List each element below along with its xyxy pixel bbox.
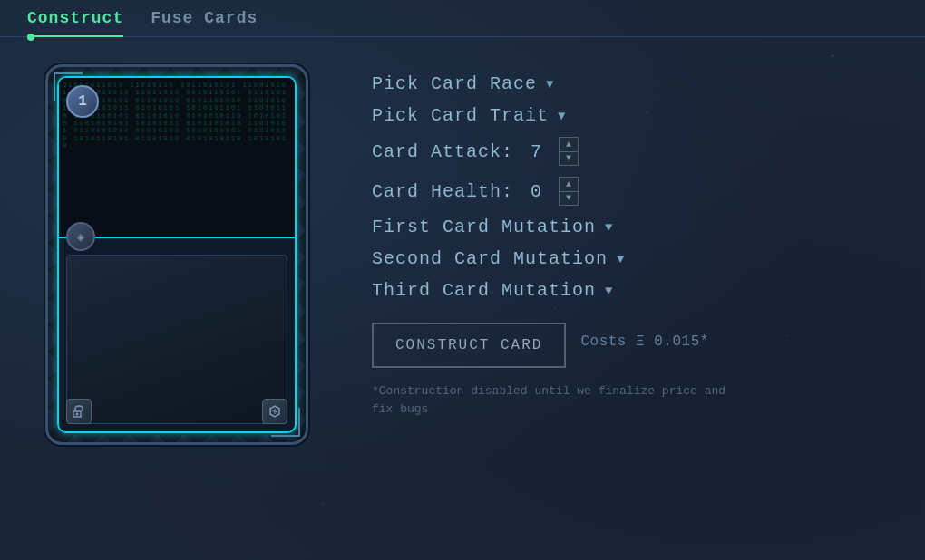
- card-icon-symbol: ◈: [77, 229, 84, 245]
- card-level-badge: 1: [66, 85, 99, 118]
- mutation2-label: Second Card Mutation: [372, 248, 608, 269]
- mutation3-label: Third Card Mutation: [372, 280, 596, 301]
- tab-fuse-cards[interactable]: Fuse Cards: [151, 9, 258, 36]
- health-stepper-up[interactable]: ▲: [560, 178, 578, 192]
- card-health-row: Card Health: 0 ▲ ▼: [372, 177, 889, 206]
- card-attack-row: Card Attack: 7 ▲ ▼: [372, 137, 889, 166]
- pick-race-arrow-icon: ▼: [546, 77, 553, 92]
- mutation2-arrow-icon: ▼: [617, 252, 624, 266]
- pick-trait-arrow-icon: ▼: [558, 109, 565, 123]
- mutation3-dropdown[interactable]: Third Card Mutation ▼: [372, 280, 889, 301]
- card-top-section: 01001011010 11010110 0011010101 11001010…: [59, 78, 295, 237]
- construct-btn-row: CONSTRUCT CARD Costs Ξ 0.015*: [372, 315, 889, 368]
- tab-construct[interactable]: Construct: [27, 9, 123, 36]
- pick-race-label: Pick Card Race: [372, 73, 537, 94]
- health-stepper-down[interactable]: ▼: [560, 192, 578, 206]
- attack-stepper-up[interactable]: ▲: [560, 138, 578, 152]
- mutation3-arrow-icon: ▼: [605, 284, 612, 298]
- main-content: 01001011010 11010110 0011010101 11001010…: [0, 37, 925, 472]
- card-outer: 01001011010 11010110 0011010101 11001010…: [45, 64, 308, 445]
- tab-indicator: [27, 34, 34, 41]
- disclaimer-text: *Construction disabled until we finalize…: [372, 382, 735, 418]
- card-bottom-section: ◈: [59, 238, 295, 431]
- card-inner: 01001011010 11010110 0011010101 11001010…: [57, 76, 297, 433]
- attack-label: Card Attack:: [372, 141, 513, 162]
- nav-tabs: Construct Fuse Cards: [0, 0, 925, 37]
- construct-card-button[interactable]: CONSTRUCT CARD: [372, 323, 566, 368]
- card-icon-badge: ◈: [66, 222, 95, 251]
- svg-point-1: [76, 413, 79, 416]
- mutation1-label: First Card Mutation: [372, 217, 596, 237]
- cost-label: Costs Ξ 0.015*: [580, 333, 708, 350]
- pick-race-dropdown[interactable]: Pick Card Race ▼: [372, 73, 889, 94]
- card-bottom-icons: [66, 399, 287, 424]
- attack-stepper[interactable]: ▲ ▼: [559, 137, 579, 166]
- pick-trait-dropdown[interactable]: Pick Card Trait ▼: [372, 105, 889, 126]
- health-stepper[interactable]: ▲ ▼: [559, 177, 579, 206]
- mutation1-dropdown[interactable]: First Card Mutation ▼: [372, 217, 889, 237]
- right-panel: Pick Card Race ▼ Pick Card Trait ▼ Card …: [372, 64, 889, 445]
- card-area: 01001011010 11010110 0011010101 11001010…: [36, 64, 317, 445]
- attack-stepper-down[interactable]: ▼: [560, 152, 578, 166]
- card-corner-icon-right: [262, 399, 287, 424]
- attack-value: 7: [522, 141, 550, 162]
- card-corner-icon-left: [66, 399, 92, 424]
- health-value: 0: [522, 181, 550, 202]
- health-label: Card Health:: [372, 181, 513, 202]
- pick-trait-label: Pick Card Trait: [372, 105, 549, 126]
- mutation1-arrow-icon: ▼: [605, 220, 612, 235]
- mutation2-dropdown[interactable]: Second Card Mutation ▼: [372, 248, 889, 269]
